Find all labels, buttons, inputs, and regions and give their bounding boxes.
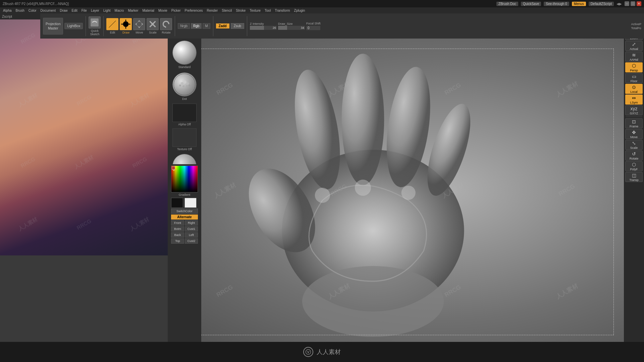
menu-render[interactable]: Render [205,8,220,13]
rotate-icon[interactable] [160,18,172,30]
quicksave-button[interactable]: QuickSave [521,2,541,6]
lsym-label: LSym [630,101,638,104]
cust2-button[interactable]: Cust2 [185,238,198,244]
close-button[interactable]: ✕ [637,1,641,6]
menu-picker[interactable]: Picker [170,8,182,13]
menu-tool[interactable]: Tool [263,8,272,13]
default-zscript-button[interactable]: DefaultZScript [589,2,614,6]
menu-color[interactable]: Color [27,8,38,13]
rgb-button[interactable]: Rgb [191,23,202,29]
scale-sidebar-button[interactable]: ⤡ Scale [625,140,643,150]
main-viewport[interactable]: RRCG人人素材RRCG人人素材 人人素材RRCG人人素材RRCG RRCG人人… [168,39,624,342]
menu-layer[interactable]: Layer [89,8,101,13]
gxyz-button[interactable]: xyz GXYZ [625,105,643,115]
alpha-label: Alpha Off [178,123,191,126]
front-button[interactable]: Front [171,220,184,226]
view-buttons: Front Right Botm Cust1 Back Left Top Cus… [171,220,198,244]
menu-stencil[interactable]: Stencil [220,8,233,13]
bottom-bar: 人人素材 [0,342,644,362]
gxyz-label: GXYZ [630,112,638,115]
lightbox-button[interactable]: LightBox [64,23,83,29]
menu-brush[interactable]: Brush [14,8,26,13]
menu-light[interactable]: Light [102,8,112,13]
lsym-button[interactable]: ⇔ LSym [625,95,643,105]
alternate-button[interactable]: Alternate [171,215,198,220]
menu-draw[interactable]: Draw [58,8,69,13]
see-through-button[interactable]: See-through 0 [544,2,569,6]
color-gradient-picker[interactable] [171,166,198,192]
aahal-button[interactable]: ≋ AAHal [625,52,643,62]
alpha-section: Alpha Off [168,103,201,127]
polyf-label: PolyF [630,168,638,171]
menu-edit[interactable]: Edit [70,8,79,13]
zadd-button[interactable]: Zadd [216,23,229,28]
scale-sidebar-label: Scale [630,146,638,149]
actual-button[interactable]: ⤢ Actual [625,41,643,51]
menus-button[interactable]: Menus [572,2,586,6]
svg-point-7 [182,85,184,87]
menu-macro[interactable]: Macro [113,8,126,13]
color-gradient-wrapper [171,166,198,192]
menu-stroke[interactable]: Stroke [234,8,247,13]
maximize-button[interactable]: □ [631,1,635,6]
right-button[interactable]: Right [185,220,198,226]
rotate-sidebar-label: Rotate [630,157,639,160]
move-icon[interactable] [133,18,145,30]
nrgb-button[interactable]: Nrgb [178,23,190,29]
left-button[interactable]: Left [185,232,198,238]
menu-marker[interactable]: Marker [126,8,140,13]
svg-point-6 [186,82,189,85]
z-intensity-bar[interactable]: 26 [250,26,277,30]
local-label: Local [630,90,638,94]
zsub-button[interactable]: Zsub [231,23,244,29]
scale-icon[interactable] [147,18,159,30]
quick-sketch-icon[interactable] [89,16,101,28]
menu-file[interactable]: File [80,8,89,13]
draw-icon[interactable] [120,18,132,30]
menu-transform[interactable]: Transform [273,8,291,13]
alpha-preview[interactable] [172,104,197,122]
swatch-white[interactable] [184,198,197,208]
standard-brush-preview[interactable] [172,41,197,65]
botm-button[interactable]: Botm [171,226,184,232]
switch-color-button[interactable]: SwitchColor [171,208,198,214]
quick-sketch-group: Quick Sketch [89,16,101,36]
draw-size-bar[interactable]: 34 [278,26,305,30]
top-button[interactable]: Top [171,238,184,244]
texture-preview[interactable] [172,128,197,147]
svg-point-3 [174,74,195,95]
menu-document[interactable]: Document [39,8,58,13]
local-button[interactable]: ⊙ Local [625,84,643,94]
transp-button[interactable]: ◫ Transp [625,172,643,182]
logo-icon [303,347,313,357]
z-intensity-group: Z Intensity 26 [250,22,277,30]
move-sidebar-label: Move [630,135,638,139]
texture-section: Texture Off [168,128,201,152]
menu-material[interactable]: Material [141,8,156,13]
polyf-button[interactable]: ⬡ PolyF [625,161,643,171]
floor-button[interactable]: ▭ Floor [625,73,643,83]
frame-button[interactable]: ⊡ Frame [625,118,643,128]
hand-sculpture-background: RRCG人人素材RRCG人人素材 人人素材RRCG人人素材RRCG RRCG人人… [168,39,624,342]
zbrush-doc-button[interactable]: ZBrush Doc [496,2,518,6]
menu-alpha[interactable]: Alpha [1,8,13,13]
z-intensity-val: 26 [273,26,276,30]
cust1-button[interactable]: Cust1 [185,226,198,232]
projection-master-button[interactable]: Projection Master [43,18,63,35]
menu-zplugin[interactable]: Zplugin [292,8,307,13]
brush-standard-section: Standard [168,39,201,70]
swatch-black[interactable] [171,198,183,208]
titlebar: ZBrush 4R7 P2 (x64)[PLMN-RPCF...-NNAQ] Z… [0,0,644,7]
back-button[interactable]: Back [171,232,184,238]
dot-brush-preview[interactable] [172,72,197,97]
rotate-sidebar-button[interactable]: ↺ Rotate [625,150,643,161]
menu-texture[interactable]: Texture [248,8,262,13]
m-button[interactable]: M [203,23,210,29]
edit-icon[interactable] [106,18,118,30]
menu-movie[interactable]: Movie [157,8,169,13]
move-sidebar-button[interactable]: ✥ Move [625,129,643,139]
minimize-button[interactable]: ─ [625,1,629,6]
script-bar: Zscript [0,13,40,19]
menu-preferences[interactable]: Preferences [183,8,205,13]
persp-button[interactable]: ⬡ Persp [625,62,643,72]
